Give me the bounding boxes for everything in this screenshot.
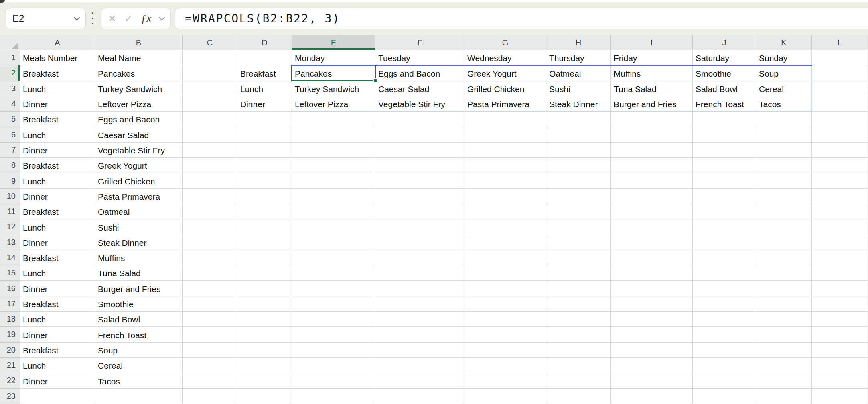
- row-header-8[interactable]: 8: [0, 158, 20, 173]
- cell-D19[interactable]: [237, 327, 292, 342]
- cell-I2[interactable]: Muffins: [611, 65, 693, 81]
- cell-K21[interactable]: [756, 358, 812, 373]
- cell-J15[interactable]: [693, 265, 756, 281]
- cell-G21[interactable]: [464, 358, 546, 373]
- cell-F17[interactable]: [375, 296, 464, 312]
- column-header-I[interactable]: I: [611, 35, 693, 50]
- name-box[interactable]: E2: [6, 8, 86, 29]
- cell-E9[interactable]: [292, 173, 375, 188]
- cell-A21[interactable]: Lunch: [20, 358, 95, 373]
- cell-G13[interactable]: [464, 235, 546, 250]
- cell-K11[interactable]: [756, 204, 812, 219]
- cell-H5[interactable]: [546, 112, 611, 127]
- cell-B17[interactable]: Smoothie: [95, 296, 183, 312]
- cell-E23[interactable]: [292, 389, 375, 404]
- cell-I19[interactable]: [611, 327, 693, 342]
- cell-D6[interactable]: [237, 127, 292, 142]
- cell-K10[interactable]: [756, 189, 812, 204]
- cell-K4[interactable]: Tacos: [756, 96, 812, 112]
- cell-E18[interactable]: [292, 312, 375, 327]
- cell-B6[interactable]: Caesar Salad: [95, 127, 183, 142]
- cell-D1[interactable]: [237, 50, 292, 65]
- row-header-18[interactable]: 18: [0, 312, 20, 327]
- cell-G18[interactable]: [464, 312, 546, 327]
- cell-K13[interactable]: [756, 235, 812, 250]
- cell-K20[interactable]: [756, 343, 812, 358]
- cell-K17[interactable]: [756, 296, 812, 312]
- cell-K5[interactable]: [756, 112, 812, 127]
- cell-K14[interactable]: [756, 250, 812, 265]
- cell-A15[interactable]: Lunch: [20, 265, 95, 281]
- column-header-K[interactable]: K: [756, 35, 812, 50]
- cell-A6[interactable]: Lunch: [20, 127, 95, 142]
- cell-K3[interactable]: Cereal: [756, 81, 812, 96]
- cell-L17[interactable]: [812, 296, 868, 312]
- cell-E13[interactable]: [292, 235, 375, 250]
- cell-G8[interactable]: [464, 158, 546, 173]
- cell-L11[interactable]: [812, 204, 868, 219]
- cell-K12[interactable]: [756, 219, 812, 235]
- cell-J14[interactable]: [693, 250, 756, 265]
- cell-F3[interactable]: Caesar Salad: [375, 81, 464, 96]
- row-header-6[interactable]: 6: [0, 127, 20, 142]
- cell-F20[interactable]: [375, 343, 464, 358]
- cell-D8[interactable]: [237, 158, 292, 173]
- cell-H19[interactable]: [546, 327, 611, 342]
- cell-H6[interactable]: [546, 127, 611, 142]
- cell-H13[interactable]: [546, 235, 611, 250]
- cell-B1[interactable]: Meal Name: [95, 50, 183, 65]
- cell-L10[interactable]: [812, 189, 868, 204]
- cell-E14[interactable]: [292, 250, 375, 265]
- row-header-1[interactable]: 1: [0, 50, 20, 65]
- cell-H11[interactable]: [546, 204, 611, 219]
- cell-F11[interactable]: [375, 204, 464, 219]
- cell-D22[interactable]: [237, 373, 292, 388]
- row-header-3[interactable]: 3: [0, 81, 20, 96]
- formula-input[interactable]: =WRAPCOLS(B2:B22, 3): [175, 8, 868, 29]
- cell-C14[interactable]: [183, 250, 237, 265]
- cell-G12[interactable]: [464, 219, 546, 235]
- column-header-J[interactable]: J: [693, 35, 756, 50]
- cell-F23[interactable]: [375, 389, 464, 404]
- cell-A12[interactable]: Lunch: [20, 219, 95, 235]
- cell-A4[interactable]: Dinner: [20, 96, 95, 112]
- cell-G5[interactable]: [464, 112, 546, 127]
- cell-A20[interactable]: Breakfast: [20, 343, 95, 358]
- cell-E3[interactable]: Turkey Sandwich: [292, 81, 375, 96]
- row-header-20[interactable]: 20: [0, 343, 20, 358]
- cell-K23[interactable]: [756, 389, 812, 404]
- cell-D23[interactable]: [237, 389, 292, 404]
- cell-B4[interactable]: Leftover Pizza: [95, 96, 183, 112]
- column-header-H[interactable]: H: [546, 35, 611, 50]
- row-header-22[interactable]: 22: [0, 373, 20, 388]
- cell-G6[interactable]: [464, 127, 546, 142]
- cell-H4[interactable]: Steak Dinner: [546, 96, 611, 112]
- cell-B16[interactable]: Burger and Fries: [95, 281, 183, 296]
- row-header-19[interactable]: 19: [0, 327, 20, 342]
- row-header-2[interactable]: 2: [0, 65, 20, 81]
- cell-D9[interactable]: [237, 173, 292, 188]
- cell-D21[interactable]: [237, 358, 292, 373]
- cell-K18[interactable]: [756, 312, 812, 327]
- cell-B18[interactable]: Salad Bowl: [95, 312, 183, 327]
- cell-I7[interactable]: [611, 143, 693, 158]
- cell-G1[interactable]: Wednesday: [464, 50, 546, 65]
- cell-G3[interactable]: Grilled Chicken: [464, 81, 546, 96]
- cell-L4[interactable]: [812, 96, 868, 112]
- cell-J6[interactable]: [693, 127, 756, 142]
- cell-D16[interactable]: [237, 281, 292, 296]
- cell-C21[interactable]: [183, 358, 237, 373]
- cell-J20[interactable]: [693, 343, 756, 358]
- column-header-C[interactable]: C: [183, 35, 237, 50]
- cell-L22[interactable]: [812, 373, 868, 388]
- cell-G19[interactable]: [464, 327, 546, 342]
- cancel-icon[interactable]: ✕: [108, 14, 116, 24]
- cell-F16[interactable]: [375, 281, 464, 296]
- cell-I9[interactable]: [611, 173, 693, 188]
- cell-H15[interactable]: [546, 265, 611, 281]
- column-header-E[interactable]: E: [292, 35, 375, 50]
- cell-C22[interactable]: [183, 373, 237, 388]
- cell-F18[interactable]: [375, 312, 464, 327]
- column-header-F[interactable]: F: [375, 35, 464, 50]
- cell-H22[interactable]: [546, 373, 611, 388]
